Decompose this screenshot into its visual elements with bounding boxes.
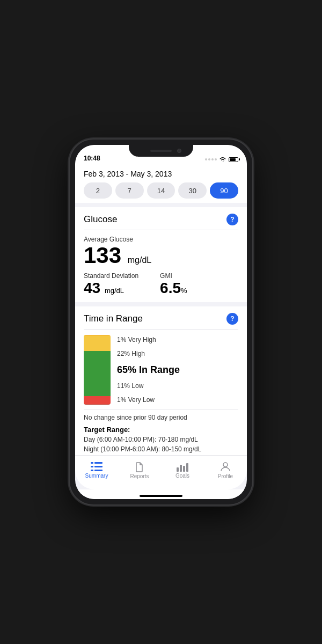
tab-profile[interactable]: Profile bbox=[204, 456, 247, 489]
tir-container: 1% Very High22% High65% In Range11% Low1… bbox=[84, 335, 238, 405]
svg-rect-9 bbox=[186, 463, 188, 472]
svg-rect-7 bbox=[180, 465, 182, 472]
chart-icon bbox=[177, 462, 188, 472]
tir-label: 65% In Range bbox=[117, 364, 238, 376]
tir-bar bbox=[84, 335, 111, 405]
doc-icon bbox=[135, 462, 144, 472]
avg-glucose-unit: mg/dL bbox=[128, 255, 151, 265]
avg-glucose-label: Average Glucose bbox=[84, 236, 238, 243]
svg-rect-0 bbox=[91, 462, 93, 464]
signal-dot-3 bbox=[211, 158, 214, 160]
tir-segment bbox=[84, 396, 111, 404]
glucose-secondary-metrics: Standard Deviation 43 mg/dL GMI 6.5% bbox=[84, 272, 238, 296]
gmi-value: 6.5% bbox=[160, 281, 187, 296]
notch bbox=[129, 145, 193, 157]
wifi-icon bbox=[219, 157, 226, 162]
signal-dot-1 bbox=[205, 158, 207, 160]
tab-summary-label: Summary bbox=[85, 473, 108, 479]
tir-label: 11% Low bbox=[117, 382, 238, 390]
glucose-help-btn[interactable]: ? bbox=[226, 214, 238, 225]
period-buttons: 2 7 14 30 90 bbox=[84, 182, 238, 199]
tab-profile-label: Profile bbox=[218, 473, 233, 479]
std-dev-col: Standard Deviation 43 mg/dL bbox=[84, 272, 138, 296]
signal-dot-2 bbox=[208, 158, 210, 160]
camera bbox=[177, 149, 181, 153]
tir-segment bbox=[84, 404, 111, 405]
tir-segment bbox=[84, 351, 111, 397]
svg-rect-8 bbox=[183, 466, 185, 472]
date-range: Feb 3, 2013 - May 3, 2013 bbox=[84, 170, 238, 178]
battery-fill bbox=[230, 158, 236, 161]
signal-dots bbox=[205, 158, 217, 160]
target-range-day: Day (6:00 AM-10:00 PM): 70-180 mg/dL bbox=[84, 435, 238, 444]
avg-glucose-value: 133 mg/dL bbox=[84, 244, 238, 267]
svg-rect-3 bbox=[94, 466, 103, 467]
date-header: Feb 3, 2013 - May 3, 2013 2 7 14 30 90 bbox=[75, 164, 247, 203]
glucose-card-header: Glucose ? bbox=[84, 214, 238, 230]
tab-reports-label: Reports bbox=[130, 473, 149, 479]
battery-icon bbox=[229, 157, 238, 162]
phone-screen: 10:48 bbox=[75, 145, 247, 499]
tab-goals[interactable]: Goals bbox=[161, 456, 204, 489]
tab-summary[interactable]: Summary bbox=[75, 456, 118, 489]
std-dev-label: Standard Deviation bbox=[84, 272, 138, 280]
tir-no-change: No change since prior 90 day period bbox=[84, 414, 238, 421]
phone-frame: 10:48 bbox=[70, 140, 252, 504]
tir-label: 1% Very High bbox=[117, 336, 238, 343]
tir-label: 1% Very Low bbox=[117, 396, 238, 404]
svg-rect-6 bbox=[177, 467, 179, 472]
svg-rect-4 bbox=[91, 470, 93, 471]
gmi-label: GMI bbox=[160, 272, 187, 280]
home-bar bbox=[140, 495, 182, 497]
gmi-unit: % bbox=[181, 287, 187, 295]
period-btn-30[interactable]: 30 bbox=[178, 182, 207, 199]
person-icon bbox=[220, 462, 231, 472]
signal-dot-4 bbox=[215, 158, 217, 160]
period-btn-14[interactable]: 14 bbox=[147, 182, 175, 199]
svg-rect-1 bbox=[94, 462, 103, 464]
tir-card-header: Time in Range ? bbox=[84, 313, 238, 330]
glucose-title: Glucose bbox=[84, 214, 117, 225]
tir-label: 22% High bbox=[117, 350, 238, 357]
tir-help-btn[interactable]: ? bbox=[226, 313, 238, 325]
target-range-title: Target Range: bbox=[84, 426, 238, 434]
period-btn-90[interactable]: 90 bbox=[210, 182, 238, 199]
glucose-card: Glucose ? Average Glucose 133 mg/dL Stan… bbox=[75, 207, 247, 302]
period-btn-7[interactable]: 7 bbox=[115, 182, 144, 199]
target-range-night: Night (10:00 PM-6:00 AM): 80-150 mg/dL bbox=[84, 444, 238, 454]
period-btn-2[interactable]: 2 bbox=[84, 182, 112, 199]
svg-rect-2 bbox=[91, 466, 93, 467]
tir-segment bbox=[84, 335, 111, 351]
home-indicator bbox=[75, 489, 247, 499]
svg-rect-5 bbox=[94, 470, 103, 471]
tir-card: Time in Range ? 1% Very High22% High65% … bbox=[75, 306, 247, 455]
list-icon bbox=[91, 462, 103, 472]
screen-content[interactable]: Feb 3, 2013 - May 3, 2013 2 7 14 30 90 G… bbox=[75, 164, 247, 455]
tab-goals-label: Goals bbox=[175, 473, 189, 479]
tir-footer: No change since prior 90 day period Targ… bbox=[84, 409, 238, 454]
status-time: 10:48 bbox=[84, 155, 100, 162]
std-dev-value: 43 mg/dL bbox=[84, 281, 138, 296]
svg-point-10 bbox=[223, 463, 228, 467]
status-icons bbox=[205, 157, 238, 162]
std-dev-unit: mg/dL bbox=[105, 287, 124, 295]
speaker bbox=[150, 150, 172, 152]
tir-title: Time in Range bbox=[84, 313, 143, 324]
tir-label-list: 1% Very High22% High65% In Range11% Low1… bbox=[117, 335, 238, 405]
gmi-col: GMI 6.5% bbox=[160, 272, 187, 296]
tab-bar: Summary Reports Goals bbox=[75, 455, 247, 489]
tab-reports[interactable]: Reports bbox=[118, 456, 161, 489]
